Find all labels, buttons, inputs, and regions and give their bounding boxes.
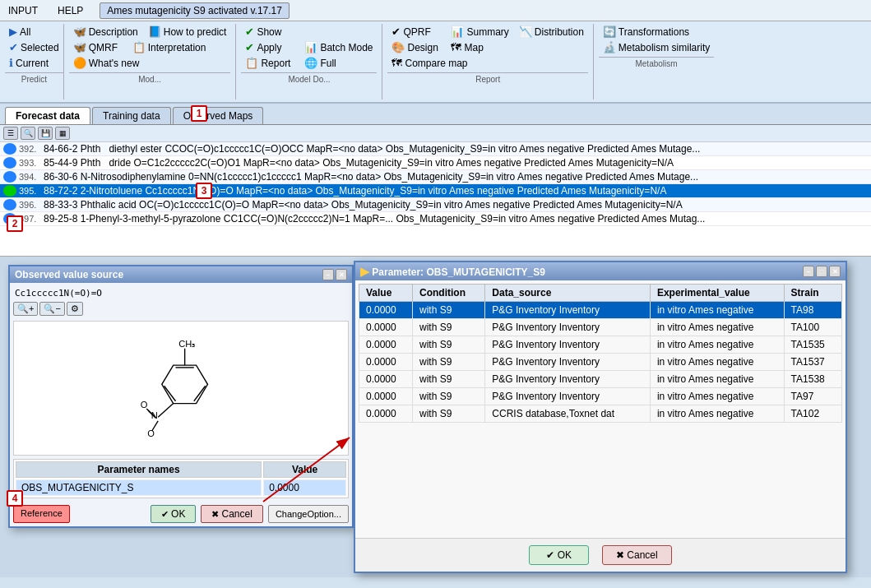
table-row[interactable]: 396. 88-33-3 Phthalic acid OC(=O)c1ccccc…: [0, 198, 871, 212]
toolbar-report-row2: 🎨 Design 🗺 Map: [387, 39, 587, 55]
param-maximize-button[interactable]: □: [816, 266, 827, 277]
transformations-icon: 🔄: [603, 25, 616, 38]
param-table-row[interactable]: 0.0000with S9P&G Inventory Inventoryin v…: [359, 354, 842, 371]
interpretation-button[interactable]: 📋 Interpretation: [128, 39, 211, 55]
param-table-row[interactable]: 0.0000with S9P&G Inventory Inventoryin v…: [359, 302, 842, 319]
param-close-button[interactable]: ✕: [829, 266, 841, 277]
how-to-predict-icon: 📘: [148, 25, 161, 38]
how-to-predict-button[interactable]: 📘 How to predict: [144, 24, 231, 39]
toolbar-model-row3: 🟠 What's new: [69, 55, 231, 71]
design-icon: 🎨: [391, 41, 405, 53]
current-button[interactable]: ℹ Current: [5, 55, 63, 71]
toolbar-predict-group: ▶ All ✔ Selected ℹ Current Predict: [5, 24, 63, 100]
table-row[interactable]: 393. 85-44-9 Phth dride O=C1c2ccccc2C(=O…: [0, 156, 871, 170]
obs-close-button[interactable]: ✕: [336, 269, 347, 280]
metabolism-label: Metabolism: [599, 57, 714, 68]
obs-minimize-button[interactable]: −: [322, 269, 334, 280]
param-table-row[interactable]: 0.0000with S9P&G Inventory Inventoryin v…: [359, 371, 842, 388]
tab-forecast-data[interactable]: Forecast data: [5, 107, 90, 124]
svg-line-6: [158, 404, 174, 418]
changeoption-button[interactable]: ChangeOption...: [268, 505, 349, 523]
compare-map-icon: 🗺: [391, 57, 402, 69]
all-button[interactable]: ▶ All: [5, 24, 63, 39]
table-row[interactable]: 397. 89-25-8 1-Phenyl-3-methyl-5-pyrazol…: [0, 212, 871, 226]
map-button[interactable]: 🗺 Map: [447, 39, 504, 55]
observed-value-source-dialog: Observed value source − ✕ Cc1ccccc1N(=O)…: [8, 265, 354, 528]
show-button[interactable]: ✔ Show: [241, 24, 299, 39]
toolbar-metabolism-group: 🔄 Transformations 🔬 Metabolism similarit…: [594, 24, 719, 100]
app-title: Ames mutagenicity S9 activated v.17.17: [100, 2, 290, 19]
param-table-row[interactable]: 0.0000with S9CCRIS database,Toxnet datin…: [359, 405, 842, 423]
param-table-row[interactable]: 0.0000with S9P&G Inventory Inventoryin v…: [359, 319, 842, 336]
param-col-condition: Condition: [412, 285, 484, 302]
obs-cancel-button[interactable]: ✖ Cancel: [201, 505, 262, 523]
report-button[interactable]: 📋 Report: [241, 55, 299, 71]
param-cancel-button[interactable]: ✖ Cancel: [602, 545, 672, 565]
table-row-selected[interactable]: 395. 88-72-2 2-Nitrotoluene Cc1ccccc1N(=…: [0, 184, 871, 198]
full-button[interactable]: 🌐 Full: [300, 55, 358, 71]
param-dialog: ▶ Parameter: OBS_MUTAGENICITY_S9 − □ ✕ V…: [354, 261, 847, 573]
annotation-2: 2: [7, 215, 23, 232]
tab-observed-maps[interactable]: Observed Maps: [173, 107, 264, 124]
param-table-row[interactable]: 0.0000with S9P&G Inventory Inventoryin v…: [359, 388, 842, 405]
toolbar-model-row1: 🦋 Description 📘 How to predict: [69, 24, 231, 39]
row-icon-393: [3, 157, 16, 169]
batch-mode-button[interactable]: 📊 Batch Mode: [300, 39, 377, 55]
svg-marker-0: [162, 365, 208, 403]
obs-dialog-footer: Reference ✔ OK ✖ Cancel ChangeOption...: [10, 502, 352, 526]
apply-button[interactable]: ✔ Apply: [241, 39, 299, 55]
interpretation-icon: 📋: [132, 41, 146, 53]
param-dialog-titlebar: ▶ Parameter: OBS_MUTAGENICITY_S9 − □ ✕: [355, 262, 846, 280]
toolbar-model-group: 🦋 Description 📘 How to predict 🦋 QMRF 📋 …: [63, 24, 237, 100]
description-button[interactable]: 🦋 Description: [69, 24, 142, 39]
param-minimize-button[interactable]: −: [803, 266, 814, 277]
toolbar-report-row3: 🗺 Compare map: [387, 55, 587, 71]
grid-icon-3[interactable]: 💾: [38, 127, 53, 140]
transformations-button[interactable]: 🔄 Transformations: [599, 24, 706, 39]
obs-param-row[interactable]: OBS_MUTAGENICITY_S 0.0000: [16, 479, 346, 496]
compare-map-button[interactable]: 🗺 Compare map: [387, 55, 471, 71]
toolbar-predict-row1: ▶ All: [5, 24, 63, 39]
svg-line-3: [194, 386, 206, 401]
model-label: Mod...: [69, 72, 231, 84]
metabolism-similarity-button[interactable]: 🔬 Metabolism similarity: [599, 39, 714, 55]
distribution-button[interactable]: 📉 Distribution: [515, 24, 588, 39]
param-table-row[interactable]: 0.0000with S9P&G Inventory Inventoryin v…: [359, 336, 842, 354]
menu-help[interactable]: HELP: [54, 3, 86, 18]
apply-icon: ✔: [245, 41, 254, 53]
qprf-icon: ✔: [391, 25, 401, 38]
obs-ok-button[interactable]: ✔ OK: [151, 505, 196, 523]
param-col-expvalue: Experimental_value: [650, 285, 784, 302]
design-button[interactable]: 🎨 Design: [387, 39, 445, 55]
tabs-row: Forecast data Training data Observed Map…: [0, 104, 871, 125]
annotation-3: 3: [196, 183, 212, 199]
grid-icon-4[interactable]: ▦: [55, 127, 70, 140]
table-row[interactable]: 392. 84-66-2 Phth diethyl ester CCOC(=O)…: [0, 142, 871, 156]
modeldoc-label: Model Do...: [241, 72, 377, 84]
obs-param-name: OBS_MUTAGENICITY_S: [16, 479, 262, 496]
param-dialog-footer: ✔ OK ✖ Cancel: [355, 538, 846, 572]
svg-line-1: [164, 386, 176, 401]
zoom-out-button[interactable]: 🔍−: [39, 302, 64, 316]
reference-button[interactable]: Reference: [13, 505, 70, 523]
obs-param-table: Parameter names Value OBS_MUTAGENICITY_S…: [13, 459, 349, 498]
selected-button[interactable]: ✔ Selected: [5, 39, 63, 55]
summary-button[interactable]: 📊 Summary: [447, 24, 512, 39]
obs-param-value: 0.0000: [263, 479, 346, 496]
qprf-button[interactable]: ✔ QPRF: [387, 24, 445, 39]
obs-dialog-win-buttons: − ✕: [322, 269, 347, 280]
obs-ok-cancel-row: ✔ OK ✖ Cancel ChangeOption...: [151, 505, 349, 523]
annotation-1: 1: [191, 105, 207, 122]
table-row[interactable]: 394. 86-30-6 N-Nitrosodiphenylamine 0=NN…: [0, 170, 871, 184]
grid-icon-2[interactable]: 🔍: [21, 127, 35, 140]
param-ok-button[interactable]: ✔ OK: [529, 545, 589, 565]
grid-icon-1[interactable]: ☰: [3, 127, 18, 140]
zoom-in-button[interactable]: 🔍+: [13, 302, 38, 316]
smiles-text: Cc1ccccc1N(=O)=O: [13, 286, 349, 300]
current-icon: ℹ: [9, 57, 13, 69]
qmrf-button[interactable]: 🦋 QMRF: [69, 39, 127, 55]
mol-options-button[interactable]: ⚙: [67, 302, 83, 316]
menu-input[interactable]: INPUT: [5, 3, 41, 18]
tab-training-data[interactable]: Training data: [92, 107, 171, 124]
whats-new-button[interactable]: 🟠 What's new: [69, 55, 144, 71]
